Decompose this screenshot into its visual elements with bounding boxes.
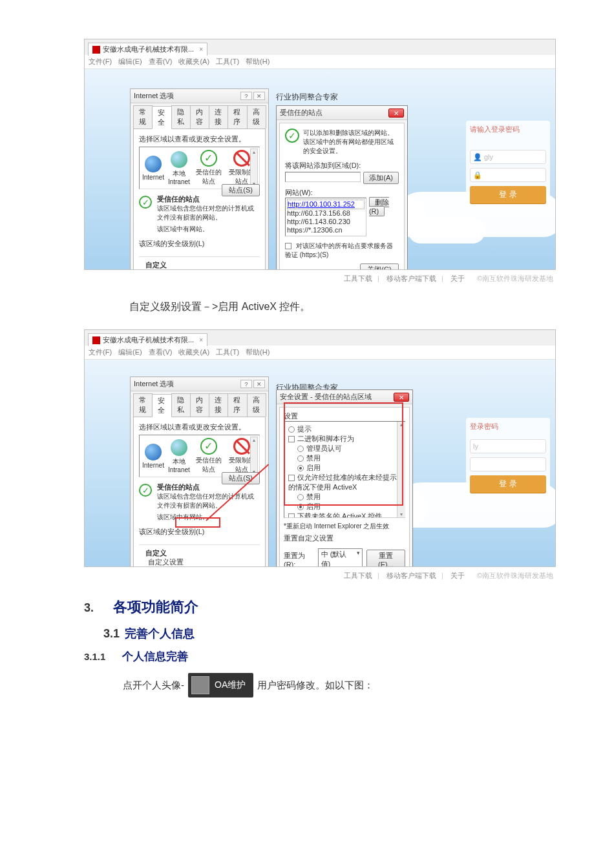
custom-title: 自定义 (145, 549, 167, 557)
menu-view[interactable]: 查看(V) (149, 347, 173, 357)
menu-tools[interactable]: 工具(T) (216, 57, 239, 67)
tab-adv[interactable]: 高级 (247, 393, 266, 417)
zone-internet[interactable]: Internet (142, 156, 164, 181)
dialog-tabs: 常规 安全 隐私 内容 连接 程序 高级 (133, 393, 266, 417)
login-username[interactable]: 👤 gly (470, 150, 546, 164)
footer-copy: ©南互软件珠海研发基地 (477, 572, 553, 579)
footer-link[interactable]: 工具下载 (344, 572, 372, 579)
sites-listbox[interactable]: http://100.100.31.252 http://60.173.156.… (285, 198, 366, 236)
zone-local[interactable]: 本地 Intranet (168, 151, 190, 185)
checkbox[interactable] (288, 513, 295, 518)
menu-file[interactable]: 文件(F) (89, 347, 112, 357)
tab-general[interactable]: 常规 (133, 105, 153, 129)
close-tab-icon[interactable]: × (199, 336, 203, 344)
browser-window-2: 安徽水成电子机械技术有限... × 文件(F) 编辑(E) 查看(V) 收藏夹(… (84, 329, 556, 567)
menu-view[interactable]: 查看(V) (149, 57, 173, 67)
login-password[interactable] (470, 457, 546, 471)
avatar-chip-label: OA维护 (215, 679, 246, 691)
tab-conn[interactable]: 连接 (209, 393, 228, 417)
close-icon[interactable]: ✕ (394, 393, 409, 402)
tab-content[interactable]: 内容 (190, 105, 209, 129)
section-title: 各项功能简介 (113, 597, 198, 617)
username-value: ly (473, 442, 478, 450)
browser-tab[interactable]: 安徽水成电子机械技术有限... × (88, 43, 207, 56)
footer-link[interactable]: 移动客户端下载 (386, 572, 436, 579)
login-password[interactable]: 🔒 (470, 168, 546, 182)
internet-options-dialog: Internet 选项 ? ✕ 常规 安全 隐私 内容 连接 程序 高级 选 (130, 88, 269, 269)
zone-internet[interactable]: Internet (142, 444, 164, 469)
caption-text: 自定义级别设置－>启用 ActiveX 控件。 (129, 300, 601, 314)
level-label: 该区域的安全级别(L) (139, 239, 260, 249)
reset-select[interactable]: 中 (默认值) (318, 548, 363, 566)
tab-security[interactable]: 安全 (152, 394, 171, 417)
dialog-title: 受信任的站点 (280, 108, 323, 118)
list-item[interactable]: https://*.12306.cn (287, 226, 365, 234)
close-icon[interactable]: ✕ (253, 92, 265, 100)
tab-privacy[interactable]: 隐私 (171, 105, 191, 129)
zone-scrollbar[interactable]: ▴▾ (250, 149, 258, 187)
favicon (92, 46, 100, 54)
footer-link[interactable]: 关于 (450, 274, 465, 282)
menu-help[interactable]: 帮助(H) (246, 347, 270, 357)
delete-button[interactable]: 删除(R) (369, 197, 389, 216)
close-icon[interactable]: ✕ (388, 108, 404, 118)
tab-prog[interactable]: 程序 (228, 105, 247, 129)
login-username[interactable]: ly (470, 439, 546, 453)
lock-icon: 🔒 (473, 171, 482, 180)
zone-scrollbar[interactable]: ▴▾ (250, 437, 258, 475)
browser-tabbar: 安徽水成电子机械技术有限... × (85, 39, 555, 55)
add-button[interactable]: 添加(A) (363, 172, 399, 184)
check-icon: ✓ (200, 150, 217, 167)
trusted-title: 受信任的站点 (157, 195, 200, 203)
tab-privacy[interactable]: 隐私 (171, 393, 191, 417)
reset-button[interactable]: 重置(E)... (366, 550, 405, 567)
tab-security[interactable]: 安全 (152, 106, 171, 129)
dialog-body: ✓ 可以添加和删除该区域的网站。该区域中的所有网站都使用区域的安全设置。 将该网… (279, 123, 405, 269)
tab-conn[interactable]: 连接 (209, 105, 228, 129)
menu-edit[interactable]: 编辑(E) (118, 347, 142, 357)
trusted-sub: 该区域中有网站。 (157, 225, 260, 234)
help-icon[interactable]: ? (240, 380, 252, 388)
tab-prog[interactable]: 程序 (228, 393, 247, 417)
custom-section: 自定义 自定义设置 - 要更改设置，请单击"自定义级别" - 要使用推荐的设置，… (139, 256, 260, 269)
list-item[interactable]: http://100.100.31.252 (287, 200, 365, 209)
tab-general[interactable]: 常规 (133, 393, 153, 417)
login-label: 登录密码 (470, 422, 546, 431)
add-site-input[interactable] (285, 172, 361, 182)
tab-content[interactable]: 内容 (190, 393, 209, 417)
login-button[interactable]: 登 录 (470, 186, 546, 203)
step-text: 点开个人头像- OA维护 用户密码修改。如以下图： (123, 673, 601, 698)
browser-tab[interactable]: 安徽水成电子机械技术有限... × (88, 333, 207, 346)
list-item[interactable]: http://60.173.156.68 (287, 209, 365, 218)
zone-trusted[interactable]: ✓受信任的站点 (194, 438, 224, 474)
menu-tools[interactable]: 工具(T) (216, 347, 239, 357)
check-icon: ✓ (139, 484, 152, 497)
menu-edit[interactable]: 编辑(E) (118, 57, 142, 67)
annotation-box-small (175, 517, 220, 528)
close-tab-icon[interactable]: × (199, 46, 203, 53)
menu-help[interactable]: 帮助(H) (246, 57, 270, 67)
close-icon[interactable]: ✕ (253, 380, 265, 388)
list-item[interactable]: http://61.143.60.230 (287, 218, 365, 226)
zone-local[interactable]: 本地 Intranet (168, 439, 190, 473)
sites-button[interactable]: 站点(S) (222, 184, 260, 196)
help-icon[interactable]: ? (240, 92, 252, 100)
footer-link[interactable]: 工具下载 (344, 274, 372, 282)
footer-link[interactable]: 关于 (450, 572, 465, 579)
footer-link[interactable]: 移动客户端下载 (386, 274, 436, 282)
zone-selector: Internet 本地 Intranet ✓ 受信任的站点 受限制的站点 (139, 147, 260, 189)
avatar-chip[interactable]: OA维护 (188, 673, 253, 698)
dialog-titlebar: Internet 选项 ? ✕ (131, 89, 268, 103)
require-https-checkbox[interactable] (285, 243, 291, 249)
menu-file[interactable]: 文件(F) (89, 57, 112, 67)
tab-adv[interactable]: 高级 (247, 105, 266, 129)
subsubsection-number: 3.1.1 (84, 651, 105, 662)
menu-fav[interactable]: 收藏夹(A) (178, 347, 209, 357)
close-button[interactable]: 关闭(C) (360, 264, 399, 269)
tab-title: 安徽水成电子机械技术有限... (103, 45, 194, 54)
zone-instruction: 选择区域以查看或更改安全设置。 (139, 134, 260, 144)
menu-fav[interactable]: 收藏夹(A) (178, 57, 209, 67)
level-label: 该区域的安全级别(L) (139, 527, 260, 537)
login-button[interactable]: 登 录 (470, 475, 546, 493)
zone-trusted[interactable]: ✓ 受信任的站点 (194, 150, 224, 186)
